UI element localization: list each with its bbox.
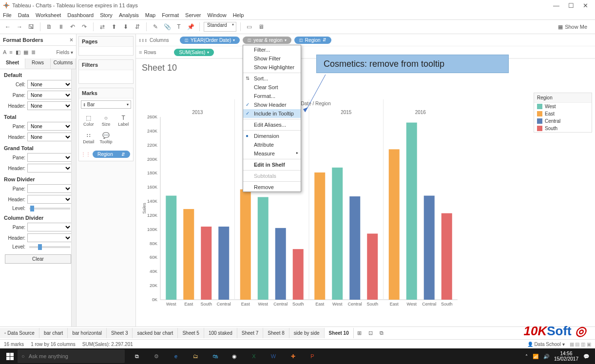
sheet-tab-side-by-side[interactable]: side by side xyxy=(289,328,325,338)
sheet-tab-sheet-5[interactable]: Sheet 5 xyxy=(178,328,204,338)
menu-format[interactable]: Format xyxy=(162,12,179,18)
menu-analysis[interactable]: Analysis xyxy=(119,12,139,18)
sheet-tab-sheet-10[interactable]: Sheet 10 xyxy=(325,328,354,338)
pause-button[interactable]: ⏸ xyxy=(56,22,66,32)
bar-2015-west[interactable] xyxy=(332,168,343,300)
menu-item-remove[interactable]: Remove xyxy=(243,181,301,192)
settings-icon[interactable]: ⚙ xyxy=(147,349,166,364)
group-button[interactable]: 📎 xyxy=(162,22,172,32)
mark-type-select[interactable]: ⫾ Bar▾ xyxy=(81,100,131,109)
lines-icon[interactable]: ≣ xyxy=(31,49,36,56)
bar-2015-east[interactable] xyxy=(314,172,325,300)
presentation-button[interactable]: ▭ xyxy=(245,22,254,32)
tray-wifi-icon[interactable]: 📶 xyxy=(533,354,538,359)
default-pane-select[interactable]: None xyxy=(27,91,72,99)
format-scrollbar[interactable] xyxy=(71,69,76,326)
format-tab-rows[interactable]: Rows xyxy=(25,58,51,69)
pill-sum-sales-[interactable]: SUM(Sales)▾ xyxy=(174,49,214,56)
menu-dashboard[interactable]: Dashboard xyxy=(67,12,94,18)
sort-desc-button[interactable]: ⬇ xyxy=(121,22,131,32)
marks-color[interactable]: ⬚Color xyxy=(80,112,97,129)
total-header-select[interactable]: None xyxy=(27,133,72,141)
sheet-tab-100-staked[interactable]: 100 staked xyxy=(204,328,237,338)
new-data-button[interactable]: 🗎 xyxy=(44,22,54,32)
minimize-button[interactable]: — xyxy=(553,2,559,9)
data-source-tab[interactable]: ▫ Data Source xyxy=(0,328,39,338)
marks-tooltip[interactable]: 💬Tooltip xyxy=(97,129,115,147)
edge-icon[interactable]: e xyxy=(167,349,185,364)
format-tab-columns[interactable]: Columns xyxy=(51,58,76,69)
fields-dropdown[interactable]: Fields ▾ xyxy=(57,50,73,55)
legend-item-east[interactable]: East xyxy=(534,110,592,117)
legend-item-west[interactable]: West xyxy=(534,103,592,110)
view-buttons[interactable]: ▦ ▤ ▥ ▣ xyxy=(570,342,591,347)
shade-icon[interactable]: ◧ xyxy=(16,49,20,56)
menu-item-format---[interactable]: Format... xyxy=(243,92,301,100)
bar-2013-west[interactable] xyxy=(166,196,176,300)
columns-shelf[interactable]: ⫾⫾⫾ Columns ◫YEAR(Order Date)▾◫year & re… xyxy=(136,34,595,46)
menu-item-edit-in-shelf[interactable]: Edit in Shelf xyxy=(243,159,301,169)
bar-2013-south[interactable] xyxy=(201,227,211,300)
rowdiv-level-slider[interactable] xyxy=(29,208,70,210)
tray-up-icon[interactable]: ˄ xyxy=(525,354,528,359)
sort-asc-button[interactable]: ⬆ xyxy=(109,22,119,32)
new-story-button[interactable]: ⧉ xyxy=(376,328,387,338)
format-tab-sheet[interactable]: Sheet xyxy=(0,58,25,69)
sheet-tab-sacked-bar-chart[interactable]: sacked bar chart xyxy=(133,328,178,338)
maximize-button[interactable]: ☐ xyxy=(568,2,574,9)
redo-button[interactable]: ↷ xyxy=(79,22,89,32)
fit-select[interactable]: Standard xyxy=(204,22,236,32)
menu-worksheet[interactable]: Worksheet xyxy=(36,12,61,18)
pill-year---region[interactable]: ◫year & region▾ xyxy=(243,37,291,44)
close-button[interactable]: ✕ xyxy=(583,2,588,9)
chrome-icon[interactable]: ◉ xyxy=(225,349,244,364)
bar-2013-east[interactable] xyxy=(183,209,194,300)
menu-map[interactable]: Map xyxy=(145,12,155,18)
notifications-icon[interactable]: 💬 xyxy=(583,354,589,359)
legend-item-south[interactable]: South xyxy=(534,125,592,132)
default-header-select[interactable]: None xyxy=(27,101,72,110)
pin-button[interactable]: 📌 xyxy=(186,22,195,32)
rowdiv-pane-select[interactable] xyxy=(27,184,72,193)
coldiv-header-select[interactable] xyxy=(27,233,72,242)
bar-2014-south[interactable] xyxy=(293,249,304,300)
data-school-select[interactable]: 👤 Data School ▾ xyxy=(527,342,565,347)
default-cell-select[interactable]: None xyxy=(27,80,72,89)
rowdiv-header-select[interactable] xyxy=(27,195,72,204)
pages-shelf[interactable]: Pages xyxy=(79,37,133,47)
clock-date[interactable]: 15/02/2017 xyxy=(554,356,578,362)
menu-server[interactable]: Server xyxy=(185,12,201,18)
tray-volume-icon[interactable]: 🔊 xyxy=(543,354,549,359)
marks-size[interactable]: ○Size xyxy=(97,112,115,129)
bar-2013-central[interactable] xyxy=(218,227,229,300)
menu-item-include-in-tooltip[interactable]: ✓Include in Tooltip xyxy=(243,109,301,118)
cortana-search[interactable]: ○Ask me anything xyxy=(18,349,125,363)
color-legend[interactable]: Region WestEastCentralSouth xyxy=(534,93,592,133)
menu-help[interactable]: Help xyxy=(233,12,244,18)
menu-window[interactable]: Window xyxy=(208,12,227,18)
bar-2016-south[interactable] xyxy=(441,213,452,300)
font-icon[interactable]: A xyxy=(3,49,6,55)
new-worksheet-button[interactable]: ⊞ xyxy=(354,328,365,338)
bar-2016-east[interactable] xyxy=(389,149,400,300)
tableau-icon[interactable]: ✚ xyxy=(284,349,302,364)
pill-year-order-date-[interactable]: ◫YEAR(Order Date)▾ xyxy=(180,37,240,44)
region-color-pill[interactable]: Region⇵ xyxy=(93,151,130,158)
new-dashboard-button[interactable]: ⊡ xyxy=(365,328,376,338)
nav-back-button[interactable]: ← xyxy=(3,22,13,32)
borders-icon[interactable]: ▦ xyxy=(23,49,28,56)
menu-item-filter---[interactable]: Filter... xyxy=(243,45,301,54)
bar-2015-south[interactable] xyxy=(367,233,378,300)
menu-item-attribute[interactable]: Attribute xyxy=(243,140,301,149)
marks-detail[interactable]: ∷Detail xyxy=(80,129,97,147)
sheet-tab-sheet-3[interactable]: Sheet 3 xyxy=(107,328,133,338)
start-button[interactable] xyxy=(2,348,18,364)
align-icon[interactable]: ≡ xyxy=(9,49,12,55)
word-icon[interactable]: W xyxy=(264,349,283,364)
nav-forward-button[interactable]: → xyxy=(15,22,24,32)
menu-item-measure[interactable]: Measure▸ xyxy=(243,149,301,158)
menu-story[interactable]: Story xyxy=(100,12,113,18)
total-pane-select[interactable]: None xyxy=(27,122,72,131)
clock-time[interactable]: 14:56 xyxy=(554,351,578,356)
highlight-button[interactable]: ✎ xyxy=(151,22,160,32)
